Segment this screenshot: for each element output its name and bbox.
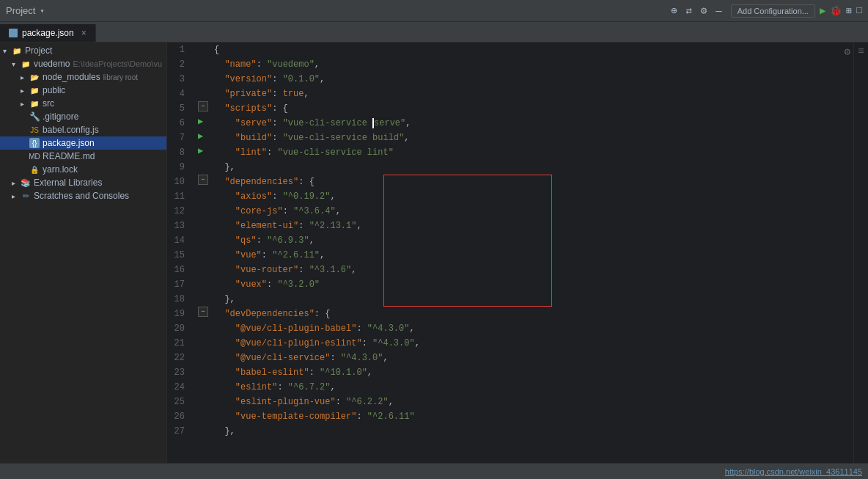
line-num-27: 27 [167,424,191,439]
ext-lib-label: External Libraries [34,178,102,188]
line-num-21: 21 [167,336,191,351]
yarn-label: yarn.lock [43,164,78,175]
line-num-3: 3 [167,72,191,87]
run-btn-7[interactable]: ▶ [198,131,203,142]
code-line-14: "qs": "^6.9.3", [214,233,853,248]
new-file-icon[interactable]: ⊕ [668,3,680,18]
code-line-7: "build": "vue-cli-service build", [214,131,853,145]
code-line-3: "version": "0.1.0", [214,72,853,87]
run-btn-8[interactable]: ▶ [198,145,203,156]
package-label: package.json [43,138,95,148]
vuedemo-label: vuedemo [34,59,70,69]
run-btn-6[interactable]: ▶ [198,116,203,127]
library-root-badge: library root [103,73,138,81]
sidebar-item-readme[interactable]: MD README.md [0,150,166,163]
tab-label: package.json [22,28,74,38]
line-num-2: 2 [167,57,191,72]
sidebar-item-yarn[interactable]: 🔒 yarn.lock [0,163,166,176]
code-line-15: "vue": "^2.6.11", [214,248,853,263]
settings-icon[interactable]: ⚙ [698,3,710,18]
line-num-14: 14 [167,233,191,248]
node-modules-icon: 📂 [29,72,40,82]
code-line-27: }, [214,424,853,439]
tab-file-icon [9,29,18,37]
src-label: src [43,98,54,109]
sidebar-item-scratches[interactable]: ✏ Scratches and Consoles [0,189,166,202]
public-icon: 📁 [29,85,40,95]
vuedemo-arrow [12,60,21,68]
sidebar-item-public[interactable]: 📁 public [0,84,166,97]
debug-icon[interactable]: 🐞 [830,5,842,17]
line-num-5: 5 [167,101,191,116]
window-icon[interactable]: □ [856,5,862,16]
line-num-17: 17 [167,277,191,292]
sync-icon[interactable]: ⇄ [683,3,694,18]
tab-close-icon[interactable]: × [81,28,87,38]
babel-label: babel.config.js [43,125,99,135]
code-line-11: "axios": "^0.19.2", [214,189,853,204]
project-label-text: Project [25,45,52,56]
main-area: 📁 Project 📁 vuedemo E:\IdeaProjects\Demo… [0,43,868,463]
sidebar-item-babel[interactable]: JS babel.config.js [0,123,166,136]
sidebar-item-gitignore[interactable]: 🔧 .gitignore [0,110,166,123]
gutter: − ▶ ▶ ▶ − − [196,43,211,463]
project-dropdown-icon[interactable]: ▾ [40,7,44,15]
public-label: public [43,85,65,95]
add-configuration-button[interactable]: Add Configuration... [731,4,815,18]
line-num-16: 16 [167,263,191,277]
editor-content: 1 2 3 4 5 6 7 8 9 10 11 12 13 14 15 16 1… [167,43,853,463]
project-label[interactable]: Project [6,5,35,16]
gitignore-icon: 🔧 [29,111,40,122]
line-num-7: 7 [167,131,191,145]
code-line-21: "@vue/cli-plugin-eslint": "^4.3.0", [214,336,853,351]
ext-lib-arrow [12,179,21,187]
sidebar-item-package-json[interactable]: {} package.json [0,136,166,150]
fold-btn-5[interactable]: − [198,101,208,111]
line-num-19: 19 [167,307,191,321]
code-area[interactable]: { "name": "vuedemo", "version": "0.1.0",… [211,43,853,463]
sidebar-item-src[interactable]: 📁 src [0,97,166,110]
vuedemo-path: E:\IdeaProjects\Demo\vu [73,59,162,68]
line-num-10: 10 [167,175,191,189]
src-icon: 📁 [29,98,40,109]
toolbar: Project ▾ ⊕ ⇄ ⚙ — Add Configuration... ▶… [0,0,868,22]
minimize-icon[interactable]: — [713,4,724,18]
code-line-18: }, [214,292,853,307]
statusbar-right[interactable]: https://blog.csdn.net/weixin_43611145 [725,467,862,476]
readme-icon: MD [29,151,40,161]
code-line-25: "eslint-plugin-vue": "^6.2.2", [214,395,853,409]
yarn-icon: 🔒 [29,164,40,175]
layout-icon[interactable]: ⊞ [846,5,852,17]
fold-btn-19[interactable]: − [198,307,208,317]
ext-lib-icon: 📚 [21,178,31,188]
editor[interactable]: 1 2 3 4 5 6 7 8 9 10 11 12 13 14 15 16 1… [167,43,853,463]
right-gutter-icon[interactable]: ⚙ [845,45,850,58]
line-num-1: 1 [167,43,191,57]
code-line-6: "serve": "vue-cli-service serve", [214,116,853,131]
run-icon[interactable]: ▶ [820,4,825,17]
fold-btn-10[interactable]: − [198,175,208,185]
code-line-1: { [214,43,853,57]
sidebar-item-external-libraries[interactable]: 📚 External Libraries [0,176,166,189]
sidebar-item-node-modules[interactable]: 📂 node_modules library root [0,70,166,84]
sidebar-item-vuedemo[interactable]: 📁 vuedemo E:\IdeaProjects\Demo\vu [0,57,166,70]
code-line-12: "core-js": "^3.6.4", [214,204,853,219]
toolbar-right: Add Configuration... ▶ 🐞 ⊞ □ [731,4,862,18]
code-line-17: "vuex": "^3.2.0" [214,277,853,292]
code-line-9: }, [214,160,853,175]
scratches-arrow [12,192,21,200]
sidebar-item-project-root[interactable]: 📁 Project [0,44,166,57]
code-line-5: "scripts": { [214,101,853,116]
line-numbers: 1 2 3 4 5 6 7 8 9 10 11 12 13 14 15 16 1… [167,43,196,463]
node-modules-arrow [21,73,29,81]
code-line-13: "element-ui": "^2.13.1", [214,219,853,233]
toolbar-left: Project ▾ ⊕ ⇄ ⚙ — [6,3,725,18]
tab-package-json[interactable]: package.json × [0,24,96,42]
statusbar: https://blog.csdn.net/weixin_43611145 [0,463,868,479]
public-arrow [21,87,29,95]
line-num-8: 8 [167,145,191,160]
right-panel-icon[interactable]: ≡ [858,45,864,57]
line-num-24: 24 [167,380,191,395]
line-num-13: 13 [167,219,191,233]
vuedemo-icon: 📁 [21,59,31,69]
